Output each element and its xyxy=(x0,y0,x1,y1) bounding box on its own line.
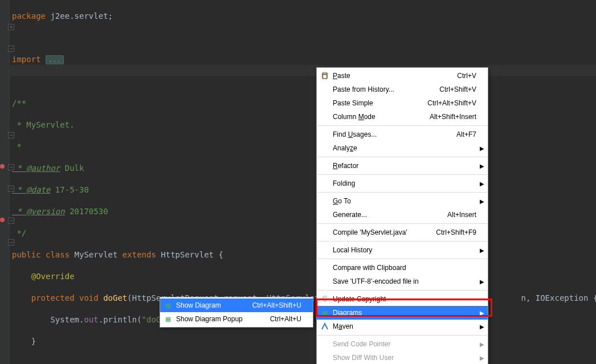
menu-find-usages[interactable]: Find Usages... Alt+F7 xyxy=(317,128,488,141)
submenu-show-diagram-popup[interactable]: ▦ Show Diagram Popup Ctrl+Alt+U xyxy=(160,312,313,326)
svg-rect-2 xyxy=(323,75,326,78)
menu-folding[interactable]: Folding ▶ xyxy=(317,177,488,190)
menu-paste-simple[interactable]: Paste Simple Ctrl+Alt+Shift+V xyxy=(317,96,488,110)
maven-icon xyxy=(320,322,329,331)
menu-maven[interactable]: Maven ▶ xyxy=(317,320,488,333)
menu-compare-clipboard[interactable]: Compare with Clipboard xyxy=(317,261,488,275)
submenu-arrow-icon: ▶ xyxy=(480,341,484,347)
menu-generate[interactable]: Generate... Alt+Insert xyxy=(317,208,488,222)
submenu-arrow-icon: ▶ xyxy=(480,181,484,187)
context-menu[interactable]: Paste Ctrl+V Paste from History... Ctrl+… xyxy=(316,67,488,364)
folded-imports[interactable]: ... xyxy=(46,55,64,64)
svg-rect-1 xyxy=(323,72,326,74)
menu-column-mode[interactable]: Column Mode Alt+Shift+Insert xyxy=(317,110,488,124)
submenu-arrow-icon: ▶ xyxy=(480,163,484,169)
menu-separator xyxy=(317,125,487,126)
diagram-icon: ▦ xyxy=(164,301,173,310)
menu-paste-history[interactable]: Paste from History... Ctrl+Shift+V xyxy=(317,83,488,96)
override-marker-icon[interactable] xyxy=(0,164,5,169)
menu-save-encoding[interactable]: Save 'UTF-8'-encoded file in ▶ xyxy=(317,275,488,288)
menu-separator xyxy=(317,174,487,175)
menu-separator xyxy=(317,223,487,224)
menu-goto[interactable]: Go To ▶ xyxy=(317,194,488,208)
copyright-icon: © xyxy=(320,295,329,304)
menu-local-history[interactable]: Local History ▶ xyxy=(317,243,488,257)
submenu-arrow-icon: ▶ xyxy=(480,324,484,330)
submenu-arrow-icon: ▶ xyxy=(480,279,484,285)
menu-update-copyright[interactable]: © Update Copyright xyxy=(317,292,488,306)
menu-separator xyxy=(317,290,487,291)
menu-diagrams[interactable]: ▦ Diagrams ▶ xyxy=(317,306,488,320)
menu-separator xyxy=(317,192,487,193)
menu-separator xyxy=(317,335,487,336)
gutter: + − − − − − − xyxy=(0,0,10,364)
submenu-arrow-icon: ▶ xyxy=(480,310,484,316)
submenu-show-diagram[interactable]: ▦ Show Diagram Ctrl+Alt+Shift+U xyxy=(160,298,313,312)
menu-paste[interactable]: Paste Ctrl+V xyxy=(317,69,488,83)
submenu-arrow-icon: ▶ xyxy=(480,198,484,205)
diagram-icon: ▦ xyxy=(164,314,173,324)
submenu-arrow-icon: ▶ xyxy=(480,355,484,361)
menu-separator xyxy=(317,157,487,157)
menu-compile[interactable]: Compile 'MyServlet.java' Ctrl+Shift+F9 xyxy=(317,226,488,239)
menu-separator xyxy=(317,259,487,259)
menu-show-diff-with-user: Show Diff With User ▶ xyxy=(317,351,488,364)
submenu-arrow-icon: ▶ xyxy=(480,247,484,253)
menu-analyze[interactable]: Analyze ▶ xyxy=(317,141,488,155)
submenu-arrow-icon: ▶ xyxy=(480,145,484,152)
override-marker-icon[interactable] xyxy=(0,218,5,222)
diagrams-submenu[interactable]: ▦ Show Diagram Ctrl+Alt+Shift+U ▦ Show D… xyxy=(160,297,313,328)
diagram-icon: ▦ xyxy=(320,308,329,317)
menu-refactor[interactable]: Refactor ▶ xyxy=(317,159,488,173)
menu-separator xyxy=(317,241,487,242)
menu-send-code-pointer: Send Code Pointer ▶ xyxy=(317,337,488,351)
clipboard-icon xyxy=(320,71,329,80)
